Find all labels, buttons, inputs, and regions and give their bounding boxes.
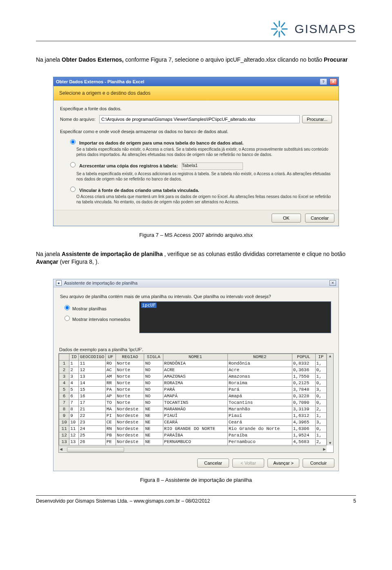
grid-cell[interactable]: 0,: [315, 367, 326, 373]
row-number[interactable]: 6: [59, 393, 69, 399]
dialog2-titlebar[interactable]: ■ Assistente de importação de planilha ✕: [53, 279, 339, 287]
grid-cell[interactable]: NE: [144, 425, 163, 432]
grid-cell[interactable]: PE: [105, 439, 116, 445]
grid-cell[interactable]: NO: [144, 373, 163, 380]
grid-cell[interactable]: Norte: [116, 367, 144, 373]
grid-cell[interactable]: AC: [105, 367, 116, 373]
grid-cell[interactable]: AMAZONAS: [163, 373, 227, 380]
grid-cell[interactable]: PA: [105, 386, 116, 393]
grid-cell[interactable]: Norte: [116, 380, 144, 386]
grid-cell[interactable]: Amazonas: [227, 373, 292, 380]
grid-cell[interactable]: 1,: [315, 360, 326, 367]
grid-cell[interactable]: 4: [69, 380, 79, 386]
row-number[interactable]: 5: [59, 386, 69, 393]
grid-cell[interactable]: 0,2125: [292, 380, 315, 386]
grid-cell[interactable]: Acre: [227, 367, 292, 373]
grid-cell[interactable]: RIO GRANDE DO NORTE: [163, 425, 227, 432]
opt-import-radio[interactable]: [70, 139, 76, 145]
grid-cell[interactable]: NO: [144, 360, 163, 367]
sheet-listbox[interactable]: ipcUF: [139, 301, 331, 333]
grid-cell[interactable]: NO: [144, 393, 163, 399]
grid-cell[interactable]: 21: [79, 406, 105, 412]
grid-cell[interactable]: 0,: [315, 399, 326, 406]
grid-cell[interactable]: PIAUÍ: [163, 412, 227, 419]
grid-cell[interactable]: AMAPÁ: [163, 393, 227, 399]
table-row[interactable]: 4414RRNorteNORORAIMARoraima0,21250,: [59, 380, 327, 386]
grid-cell[interactable]: NE: [144, 406, 163, 412]
row-number[interactable]: 3: [59, 373, 69, 380]
grid-cell[interactable]: CE: [105, 419, 116, 425]
grid-cell[interactable]: 4,5683: [292, 439, 315, 445]
grid-cell[interactable]: NO: [144, 367, 163, 373]
table-row[interactable]: 101023CENordesteNECEARÁCeará4,39653,: [59, 419, 327, 425]
grid-cell[interactable]: 1: [69, 360, 79, 367]
grid-cell[interactable]: 11: [69, 425, 79, 432]
grid-cell[interactable]: NE: [144, 439, 163, 445]
grid-cell[interactable]: TO: [105, 399, 116, 406]
grid-cell[interactable]: RN: [105, 425, 116, 432]
grid-cell[interactable]: Norte: [116, 360, 144, 367]
grid-cell[interactable]: Pernambuco: [227, 439, 292, 445]
grid-cell[interactable]: Tocantins: [227, 399, 292, 406]
close-icon[interactable]: X: [330, 78, 337, 85]
grid-cell[interactable]: RO: [105, 360, 116, 367]
sample-data-grid[interactable]: IDGEOCODIGOUFREGIAOSIGLANOME1NOME2POPULI…: [58, 353, 334, 453]
grid-cell[interactable]: Roraima: [227, 380, 292, 386]
grid-cell[interactable]: 3: [69, 373, 79, 380]
row-number[interactable]: 1: [59, 360, 69, 367]
row-number[interactable]: 7: [59, 399, 69, 406]
grid-cell[interactable]: 26: [79, 439, 105, 445]
wizard-back-button[interactable]: < Voltar: [232, 459, 264, 468]
wizard-finish-button[interactable]: Concluir: [303, 459, 334, 468]
grid-cell[interactable]: Norte: [116, 393, 144, 399]
table-row[interactable]: 8821MANordesteNEMARANHÃOMaranhão3,31392,: [59, 406, 327, 412]
grid-cell[interactable]: 3,: [315, 386, 326, 393]
grid-cell[interactable]: 5: [69, 386, 79, 393]
col-header[interactable]: NOME1: [163, 354, 227, 360]
grid-cell[interactable]: Nordeste: [116, 412, 144, 419]
grid-cell[interactable]: 8: [69, 406, 79, 412]
col-header[interactable]: NOME2: [227, 354, 292, 360]
grid-cell[interactable]: 0,7090: [292, 399, 315, 406]
table-row[interactable]: 111124RNNordesteNERIO GRANDE DO NORTERio…: [59, 425, 327, 432]
ok-button[interactable]: OK: [272, 214, 301, 223]
grid-cell[interactable]: 2,: [315, 406, 326, 412]
grid-cell[interactable]: 1,: [315, 432, 326, 439]
grid-cell[interactable]: 0,: [315, 393, 326, 399]
grid-cell[interactable]: CEARÁ: [163, 419, 227, 425]
grid-cell[interactable]: Nordeste: [116, 439, 144, 445]
grid-cell[interactable]: AP: [105, 393, 116, 399]
grid-cell[interactable]: RORAIMA: [163, 380, 227, 386]
grid-cell[interactable]: 6: [69, 393, 79, 399]
cancel-button[interactable]: Cancelar: [305, 214, 334, 223]
grid-cell[interactable]: 3,: [315, 419, 326, 425]
grid-cell[interactable]: Nordeste: [116, 432, 144, 439]
close-icon[interactable]: ✕: [330, 280, 336, 286]
grid-cell[interactable]: PB: [105, 432, 116, 439]
grid-cell[interactable]: 1,: [315, 412, 326, 419]
grid-cell[interactable]: NE: [144, 432, 163, 439]
grid-cell[interactable]: Norte: [116, 386, 144, 393]
grid-cell[interactable]: 13: [69, 439, 79, 445]
grid-cell[interactable]: 2: [69, 367, 79, 373]
opt-append-radio[interactable]: [70, 162, 76, 167]
row-number[interactable]: 13: [59, 439, 69, 445]
grid-cell[interactable]: MARANHÃO: [163, 406, 227, 412]
grid-cell[interactable]: 16: [79, 393, 105, 399]
grid-cell[interactable]: PARÁ: [163, 386, 227, 393]
grid-cell[interactable]: 23: [79, 419, 105, 425]
grid-cell[interactable]: TOCANTINS: [163, 399, 227, 406]
col-header[interactable]: ID: [69, 354, 79, 360]
table-row[interactable]: 6616APNorteNOAMAPÁAmapá0,32280,: [59, 393, 327, 399]
help-icon[interactable]: ?: [320, 78, 327, 85]
row-number[interactable]: 8: [59, 406, 69, 412]
grid-cell[interactable]: 14: [79, 380, 105, 386]
grid-cell[interactable]: 1,6312: [292, 412, 315, 419]
grid-cell[interactable]: 1,6306: [292, 425, 315, 432]
col-header[interactable]: IP: [315, 354, 326, 360]
grid-cell[interactable]: 0,: [315, 425, 326, 432]
row-number[interactable]: 4: [59, 380, 69, 386]
col-header[interactable]: POPUL: [292, 354, 315, 360]
show-named-ranges-radio[interactable]: [65, 316, 70, 321]
append-table-combo[interactable]: Tabela1: [182, 163, 243, 170]
